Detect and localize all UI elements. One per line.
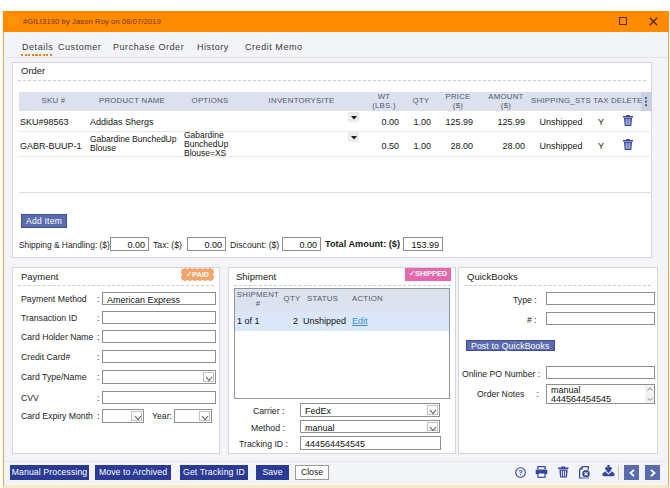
- svg-text:?: ?: [518, 468, 523, 477]
